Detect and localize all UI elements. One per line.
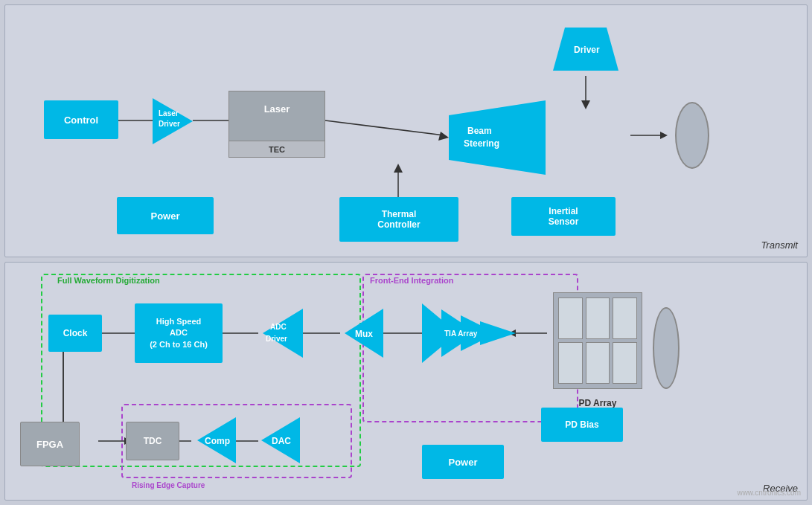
receive-power-box: Power bbox=[422, 445, 504, 479]
tdc-box: TDC bbox=[126, 422, 179, 460]
dac-shape: DAC bbox=[257, 417, 300, 466]
svg-text:Beam: Beam bbox=[467, 126, 492, 136]
svg-text:Driver: Driver bbox=[159, 120, 180, 128]
svg-marker-47 bbox=[480, 321, 516, 345]
pd-cell bbox=[586, 342, 610, 384]
comp-shape: Comp bbox=[190, 417, 236, 466]
laser-driver-shape: Laser Driver bbox=[153, 98, 196, 147]
pd-cell bbox=[558, 342, 583, 384]
watermark: www.cntronics.com bbox=[737, 489, 801, 497]
pd-cell bbox=[558, 297, 583, 339]
transmit-power-box: Power bbox=[117, 197, 214, 234]
svg-marker-39 bbox=[263, 309, 303, 358]
mux-shape: Mux bbox=[342, 309, 383, 361]
svg-marker-7 bbox=[394, 164, 403, 173]
svg-text:ADC: ADC bbox=[270, 323, 287, 331]
pd-bias-box: PD Bias bbox=[541, 408, 623, 442]
svg-text:Comp: Comp bbox=[205, 436, 230, 446]
rising-edge-label: Rising Edge Capture bbox=[132, 481, 205, 489]
front-end-label: Front-End Integration bbox=[370, 276, 453, 285]
transmit-label: Transmit bbox=[761, 239, 798, 251]
svg-text:Laser: Laser bbox=[159, 109, 179, 118]
svg-text:Steering: Steering bbox=[464, 138, 499, 149]
laser-box: Laser TEC bbox=[228, 91, 325, 158]
thermal-controller-box: Thermal Controller bbox=[339, 197, 458, 242]
svg-text:DAC: DAC bbox=[272, 436, 291, 446]
clock-box: Clock bbox=[48, 315, 102, 352]
svg-text:Driver: Driver bbox=[266, 335, 287, 343]
svg-marker-17 bbox=[449, 100, 546, 175]
svg-marker-9 bbox=[581, 100, 590, 109]
adc-driver-shape: ADC Driver bbox=[257, 309, 303, 361]
pd-cell bbox=[613, 297, 637, 339]
pd-cell bbox=[586, 297, 610, 339]
svg-text:TIA Array: TIA Array bbox=[444, 329, 478, 338]
fpga-box: FPGA bbox=[20, 422, 80, 466]
svg-text:Mux: Mux bbox=[355, 329, 373, 339]
receive-section: Full Waveform Digitization Front-End Int… bbox=[4, 262, 808, 501]
inertial-sensor-box: Inertial Sensor bbox=[511, 197, 616, 236]
high-speed-adc-box: High Speed ADC (2 Ch to 16 Ch) bbox=[135, 303, 223, 363]
receive-lens bbox=[653, 307, 680, 389]
tec-bar: TEC bbox=[229, 141, 325, 157]
transmit-section: Control Laser Driver Laser TEC Thermal C… bbox=[4, 4, 808, 257]
svg-line-4 bbox=[325, 120, 444, 135]
tia-array-shape: TIA Array bbox=[422, 303, 519, 366]
pd-array-grid bbox=[553, 292, 642, 389]
pd-array-label-box: PD Array bbox=[553, 398, 642, 408]
control-box: Control bbox=[44, 100, 118, 139]
driver-shape: Driver bbox=[553, 28, 618, 71]
svg-marker-5 bbox=[438, 132, 449, 141]
full-waveform-label: Full Waveform Digitization bbox=[57, 276, 160, 285]
svg-marker-11 bbox=[660, 132, 668, 139]
beam-steering-shape: Beam Steering bbox=[449, 100, 546, 175]
transmit-lens bbox=[675, 102, 709, 169]
pd-cell bbox=[613, 342, 637, 384]
svg-text:Driver: Driver bbox=[574, 45, 600, 55]
